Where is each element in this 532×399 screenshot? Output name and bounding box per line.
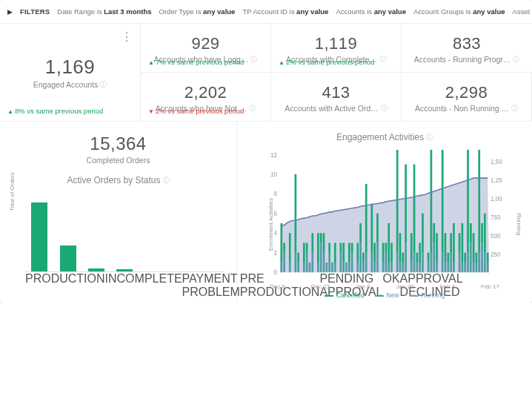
svg-rect-133	[450, 253, 452, 272]
svg-text:1,000: 1,000	[491, 196, 502, 202]
svg-rect-23	[295, 253, 297, 272]
eng-ylabel-right: Running	[516, 214, 523, 236]
svg-rect-156	[481, 223, 483, 243]
info-icon[interactable]: ⓘ	[163, 177, 170, 184]
menu-dots-icon[interactable]: ⋮	[121, 30, 133, 44]
svg-rect-32	[306, 243, 308, 252]
svg-rect-124	[436, 233, 438, 263]
svg-rect-82	[376, 214, 379, 243]
filter-order-type[interactable]: Order Type is any value	[159, 7, 236, 16]
svg-rect-148	[470, 223, 472, 243]
svg-rect-145	[467, 253, 469, 272]
svg-rect-159	[487, 263, 489, 272]
svg-text:12: 12	[270, 151, 277, 158]
eng-ylabel-left: Enrollment Activities	[267, 198, 274, 251]
kpi-non-running[interactable]: 2,298 Accounts - Non Running …ⓘ	[402, 73, 532, 122]
svg-rect-73	[365, 253, 368, 272]
info-icon[interactable]: ⓘ	[100, 81, 107, 88]
dashboard: ▶ FILTERS Date Range is Last 3 months Or…	[0, 0, 532, 303]
svg-rect-119	[430, 253, 433, 272]
lower-panels: 15,364 Completed Orders Active Orders by…	[0, 122, 532, 303]
svg-rect-98	[399, 233, 402, 263]
svg-rect-61	[348, 263, 350, 272]
svg-rect-33	[309, 263, 311, 272]
svg-rect-49	[331, 263, 333, 272]
info-icon[interactable]: ⓘ	[379, 56, 386, 63]
svg-rect-112	[419, 243, 421, 262]
filter-date-range[interactable]: Date Range is Last 3 months	[57, 7, 151, 16]
svg-rect-97	[399, 263, 402, 272]
svg-rect-160	[487, 253, 489, 263]
svg-rect-144	[464, 253, 466, 263]
svg-rect-143	[464, 263, 466, 272]
filter-accounts[interactable]: Accounts is any value	[336, 7, 406, 16]
svg-rect-106	[410, 233, 413, 263]
kpi-grid: ⋮ 1,169 Engaged Accountsⓘ 8% vs same pre…	[0, 24, 532, 122]
svg-text:250: 250	[491, 251, 501, 257]
svg-rect-68	[356, 243, 359, 262]
svg-rect-123	[436, 263, 438, 272]
svg-rect-52	[334, 243, 336, 262]
active-orders-chart[interactable]: Total of Orders	[7, 190, 229, 271]
svg-rect-70	[359, 223, 362, 243]
svg-rect-29	[303, 263, 305, 272]
svg-rect-139	[459, 253, 461, 272]
eng-legend: Cancelled New Running	[267, 291, 502, 299]
svg-rect-157	[484, 253, 486, 272]
kpi-value: 2,298	[409, 83, 524, 102]
kpi-logged-in[interactable]: 929 Accounts who have Logg…ⓘ 7% vs same …	[141, 24, 271, 73]
svg-rect-155	[481, 243, 483, 272]
info-icon[interactable]: ⓘ	[426, 133, 433, 141]
svg-rect-30	[303, 243, 305, 262]
svg-rect-57	[342, 263, 345, 272]
kpi-active-orders[interactable]: 413 Accounts with Active Ord…ⓘ	[271, 73, 402, 122]
info-icon[interactable]: ⓘ	[511, 105, 518, 112]
svg-rect-39	[317, 263, 319, 272]
svg-rect-31	[306, 253, 308, 272]
svg-rect-95	[396, 253, 399, 272]
svg-rect-85	[382, 263, 385, 272]
svg-rect-56	[340, 243, 342, 252]
svg-rect-58	[342, 243, 345, 262]
svg-rect-36	[311, 233, 313, 252]
svg-rect-40	[317, 233, 319, 263]
svg-rect-96	[396, 150, 399, 253]
svg-rect-48	[328, 243, 330, 252]
svg-rect-130	[445, 233, 447, 263]
info-icon[interactable]: ⓘ	[250, 56, 257, 63]
legend-new[interactable]: New	[375, 291, 399, 299]
kpi-label: Accounts with Active Ord…ⓘ	[279, 104, 393, 113]
svg-rect-131	[447, 263, 449, 272]
legend-running[interactable]: Running	[410, 291, 445, 299]
filter-account-groups[interactable]: Account Groups is any value	[413, 7, 505, 16]
svg-rect-99	[402, 263, 404, 272]
legend-cancelled[interactable]: Cancelled	[325, 291, 365, 299]
svg-rect-158	[484, 214, 486, 253]
svg-rect-108	[413, 165, 416, 253]
engagement-chart[interactable]: Enrollment Activities Running 0246810122…	[245, 147, 525, 295]
svg-rect-136	[453, 223, 455, 263]
kpi-value: 929	[148, 34, 263, 53]
kpi-not-logged[interactable]: 2,202 Accounts who have Not …ⓘ 2% vs sam…	[141, 73, 271, 122]
svg-rect-102	[405, 165, 407, 243]
kpi-engaged-accounts[interactable]: ⋮ 1,169 Engaged Accountsⓘ 8% vs same pre…	[0, 24, 141, 122]
completed-orders-value: 15,364	[7, 133, 229, 154]
svg-rect-74	[365, 184, 368, 253]
svg-rect-86	[382, 243, 385, 262]
kpi-complete[interactable]: 1,119 Accounts with Complete…ⓘ 2% vs sam…	[271, 24, 402, 73]
svg-rect-81	[376, 243, 379, 272]
filters-chevron-icon[interactable]: ▶	[7, 8, 13, 16]
svg-rect-147	[470, 243, 472, 272]
info-icon[interactable]: ⓘ	[249, 105, 256, 112]
kpi-running[interactable]: 833 Accounts - Running Progr…ⓘ	[402, 24, 532, 73]
info-icon[interactable]: ⓘ	[381, 105, 388, 112]
svg-rect-63	[351, 253, 353, 272]
svg-rect-151	[476, 263, 478, 272]
svg-text:10: 10	[270, 171, 277, 178]
svg-rect-13	[280, 263, 282, 272]
filter-asset[interactable]: Asset is any value	[513, 7, 532, 16]
svg-rect-44	[323, 233, 325, 252]
filter-tp-account[interactable]: TP Account ID is any value	[242, 7, 328, 16]
svg-rect-142	[462, 223, 464, 263]
info-icon[interactable]: ⓘ	[513, 56, 519, 63]
